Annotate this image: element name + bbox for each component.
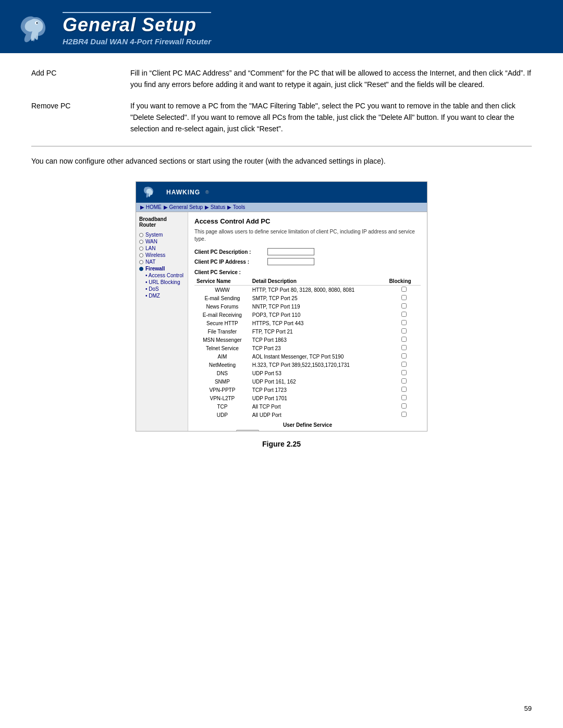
blocking-cell[interactable] [387,361,421,369]
radio-wireless [139,253,143,257]
blocking-cell[interactable] [387,319,421,327]
page-header: General Setup H2BR4 Dual WAN 4-Port Fire… [0,0,563,53]
add-pc-section: Add PC Fill in “Client PC MAC Address” a… [31,68,532,90]
service-name-cell: TCP [194,402,250,411]
service-detail-cell: H.323, TCP Port 389,522,1503,1720,1731 [250,361,387,369]
router-main-desc: This page allows users to define service… [194,228,421,243]
remove-pc-label: Remove PC [31,101,109,134]
service-name-cell: Secure HTTP [194,319,250,327]
service-detail-cell: All UDP Port [250,411,387,419]
blocking-checkbox[interactable] [401,370,407,375]
router-nav[interactable]: HOME General Setup Status Tools [136,203,427,212]
blocking-checkbox[interactable] [401,412,407,417]
sidebar-item-lan[interactable]: LAN [139,245,185,251]
radio-firewall [139,267,143,271]
table-row: Telnet ServiceTCP Port 23 [194,344,421,352]
blocking-cell[interactable] [387,327,421,336]
col-blocking: Blocking [387,277,421,286]
blocking-cell[interactable] [387,394,421,402]
service-name-cell: NetMeeting [194,361,250,369]
add-pc-text: Fill in “Client PC MAC Address” and “Com… [130,68,532,90]
blocking-cell[interactable] [387,286,421,294]
blocking-cell[interactable] [387,344,421,352]
table-row: WWWHTTP, TCP Port 80, 3128, 8000, 8080, … [194,286,421,294]
nav-home[interactable]: HOME [140,204,162,210]
blocking-checkbox[interactable] [401,362,407,367]
blocking-checkbox[interactable] [401,403,407,409]
main-content: Add PC Fill in “Client PC MAC Address” a… [0,53,563,459]
col-detail-desc: Detail Description [250,277,387,286]
sidebar-item-firewall[interactable]: Firewall [139,266,185,272]
sidebar-sub-access-control[interactable]: Access Control [145,273,185,278]
blocking-checkbox[interactable] [401,337,407,342]
config-text: You can now configure other advanced sec… [31,156,532,167]
blocking-cell[interactable] [387,369,421,377]
blocking-cell[interactable] [387,311,421,319]
service-name-cell: MSN Messenger [194,336,250,344]
radio-wan [139,240,143,244]
table-row: Secure HTTPHTTPS, TCP Port 443 [194,319,421,327]
service-detail-cell: TCP Port 1863 [250,336,387,344]
service-name-cell: SNMP [194,377,250,386]
blocking-cell[interactable] [387,294,421,302]
client-pc-desc-label: Client PC Description : [194,249,267,255]
col-service-name: Service Name [194,277,250,286]
blocking-cell[interactable] [387,411,421,419]
service-detail-cell: POP3, TCP Port 110 [250,311,387,319]
service-name-cell: VPN-PPTP [194,386,250,394]
blocking-cell[interactable] [387,352,421,361]
blocking-checkbox[interactable] [401,378,407,384]
blocking-checkbox[interactable] [401,353,407,359]
blocking-checkbox[interactable] [401,345,407,350]
blocking-cell[interactable] [387,386,421,394]
service-name-cell: WWW [194,286,250,294]
table-row: E-mail ReceivingPOP3, TCP Port 110 [194,311,421,319]
sidebar-sub-url-blocking[interactable]: URL Blocking [145,279,185,285]
radio-nat [139,260,143,264]
sidebar-item-nat[interactable]: NAT [139,259,185,265]
protocol-row: Protocol : Both TCP UDP [194,430,421,431]
router-logo-text: HAWKING [166,189,200,196]
blocking-cell[interactable] [387,377,421,386]
client-pc-ip-input[interactable] [267,258,314,265]
user-define-label: User Define Service [194,422,421,428]
sidebar-title: Broadband Router [139,216,185,228]
blocking-checkbox[interactable] [401,395,407,400]
table-row: News ForumsNNTP, TCP Port 119 [194,302,421,311]
blocking-cell[interactable] [387,402,421,411]
blocking-checkbox[interactable] [401,287,407,292]
service-detail-cell: SMTP, TCP Port 25 [250,294,387,302]
blocking-checkbox[interactable] [401,303,407,309]
form-row-ip: Client PC IP Address : [194,258,421,265]
table-row: UDPAll UDP Port [194,411,421,419]
client-pc-desc-input[interactable] [267,248,314,255]
protocol-select[interactable]: Both TCP UDP [236,430,259,431]
table-row: E-mail SendingSMTP, TCP Port 25 [194,294,421,302]
radio-lan [139,246,143,251]
blocking-checkbox[interactable] [401,328,407,334]
nav-tools[interactable]: Tools [227,204,245,210]
sidebar-item-wireless[interactable]: Wireless [139,252,185,258]
blocking-cell[interactable] [387,336,421,344]
nav-general-setup[interactable]: General Setup [164,204,203,210]
client-pc-service-label: Client PC Service : [194,269,421,275]
sidebar-sub-dos[interactable]: DoS [145,286,185,292]
nav-status[interactable]: Status [205,204,225,210]
blocking-checkbox[interactable] [401,295,407,300]
sidebar-item-wan[interactable]: WAN [139,239,185,244]
service-detail-cell: HTTPS, TCP Port 443 [250,319,387,327]
client-pc-ip-label: Client PC IP Address : [194,259,267,265]
router-body: Broadband Router System WAN LAN Wireless [136,212,427,431]
table-row: File TransferFTP, TCP Port 21 [194,327,421,336]
sidebar-item-system[interactable]: System [139,232,185,238]
blocking-checkbox[interactable] [401,320,407,325]
blocking-cell[interactable] [387,302,421,311]
blocking-checkbox[interactable] [401,312,407,317]
bird-icon [16,9,52,46]
sidebar-sub-dmz[interactable]: DMZ [145,293,185,299]
blocking-checkbox[interactable] [401,387,407,392]
service-detail-cell: NNTP, TCP Port 119 [250,302,387,311]
service-name-cell: E-mail Sending [194,294,250,302]
service-name-cell: File Transfer [194,327,250,336]
service-detail-cell: AOL Instant Messenger, TCP Port 5190 [250,352,387,361]
